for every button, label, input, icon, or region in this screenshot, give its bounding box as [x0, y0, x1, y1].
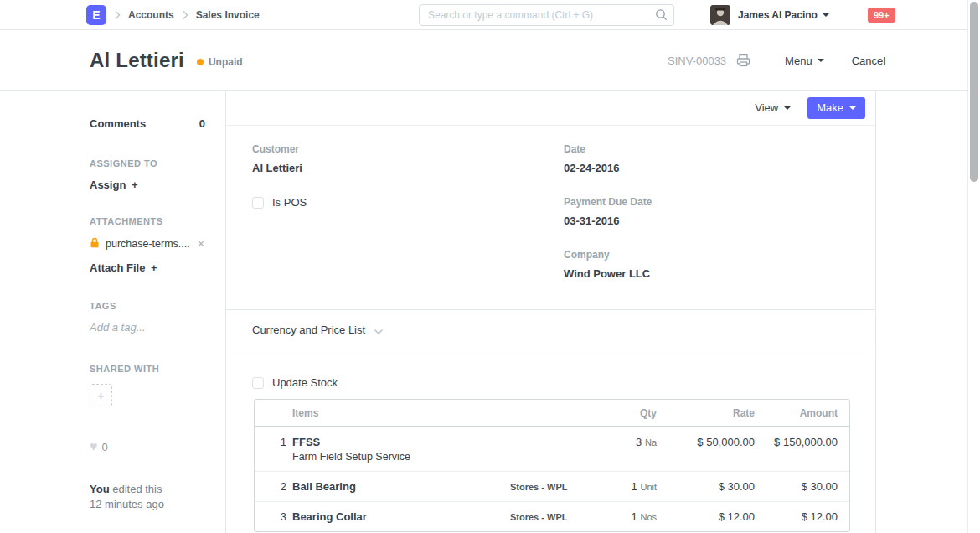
activity-edited[interactable]: You edited this 12 minutes ago — [90, 482, 205, 512]
user-name: James Al Pacino — [738, 9, 818, 21]
form-body: View Make Customer Al Lettieri Is POS — [226, 91, 876, 533]
notifications-badge[interactable]: 99+ — [868, 8, 895, 23]
attachment-name[interactable]: purchase-terms.... — [106, 238, 197, 250]
status-dot-icon — [197, 59, 204, 65]
qty-uom: Na — [645, 437, 657, 448]
view-label: View — [755, 101, 778, 114]
index-header — [255, 400, 290, 414]
payment-due-date-value[interactable]: 03-31-2016 — [564, 215, 850, 227]
currency-price-list-section-toggle[interactable]: Currency and Price List — [226, 310, 875, 349]
company-value[interactable]: Wind Power LLC — [564, 267, 850, 280]
form-sidebar: Comments 0 ASSIGNED TO Assign + ATTACHME… — [0, 91, 226, 533]
payment-due-date-field[interactable]: Payment Due Date 03-31-2016 — [564, 196, 850, 227]
qty-value: 1 — [632, 480, 637, 493]
comments-link[interactable]: Comments 0 — [90, 117, 205, 130]
likes[interactable]: ♥ 0 — [90, 440, 205, 453]
item-rate[interactable]: $ 30.00 — [657, 472, 755, 501]
items-header: Items — [290, 400, 510, 426]
activity-action: edited this — [110, 483, 162, 495]
stock-section: Update Stock — [226, 349, 875, 389]
heart-icon[interactable]: ♥ — [90, 440, 98, 453]
item-code[interactable]: Ball Bearing — [292, 480, 510, 493]
company-field[interactable]: Company Wind Power LLC — [564, 249, 850, 280]
item-amount: $ 12.00 — [755, 502, 849, 531]
item-warehouse: Stores - WPL — [510, 472, 594, 500]
attach-file-button[interactable]: Attach File + — [90, 261, 205, 274]
item-qty[interactable]: 1 Nos — [594, 502, 657, 531]
comments-label: Comments — [90, 117, 146, 130]
add-share-button[interactable]: + — [90, 384, 112, 406]
chevron-down-icon — [374, 323, 384, 339]
update-stock-label: Update Stock — [272, 376, 338, 389]
item-amount: $ 30.00 — [755, 472, 849, 501]
item-warehouse — [510, 427, 594, 446]
scrollbar-thumb[interactable] — [970, 2, 978, 182]
tags-heading: TAGS — [90, 301, 205, 311]
attach-file-label: Attach File — [90, 261, 145, 274]
qty-uom: Unit — [640, 482, 657, 492]
grid-view-icon[interactable] — [755, 56, 766, 65]
is-pos-label: Is POS — [272, 196, 307, 209]
lock-icon — [90, 236, 100, 251]
search-input[interactable] — [419, 4, 674, 26]
document-id: SINV-00033 — [668, 54, 726, 67]
update-stock-field[interactable]: Update Stock — [252, 376, 850, 389]
chevron-down-icon — [849, 106, 856, 110]
item-code[interactable]: Bearing Collar — [292, 510, 510, 523]
chevron-down-icon — [823, 13, 829, 17]
attachment-item[interactable]: purchase-terms.... ✕ — [90, 236, 205, 251]
app-logo[interactable]: E — [86, 5, 106, 25]
invoice-details-section: Customer Al Lettieri Is POS Date 02-24-2… — [226, 126, 875, 310]
add-tag-input[interactable]: Add a tag... — [90, 321, 205, 334]
row-index: 1 — [255, 427, 290, 457]
customer-value[interactable]: Al Lettieri — [252, 162, 539, 174]
print-icon[interactable] — [736, 54, 750, 67]
is-pos-field[interactable]: Is POS — [252, 196, 539, 209]
menu-button[interactable]: Menu — [785, 54, 824, 67]
qty-header: Qty — [594, 400, 657, 426]
date-label: Date — [564, 143, 850, 155]
plus-icon: + — [132, 179, 138, 191]
breadcrumb-sales-invoice[interactable]: Sales Invoice — [196, 9, 260, 21]
avatar — [710, 5, 730, 25]
item-row[interactable]: 2 Ball Bearing Stores - WPL 1 Unit $ 30.… — [255, 471, 849, 501]
comments-count: 0 — [199, 117, 205, 130]
item-rate[interactable]: $ 50,000.00 — [657, 427, 755, 457]
assign-label: Assign — [90, 179, 126, 191]
assigned-to-heading: ASSIGNED TO — [90, 158, 205, 168]
shared-with-heading: SHARED WITH — [90, 364, 205, 374]
menu-label: Menu — [785, 54, 812, 67]
make-button[interactable]: Make — [807, 97, 865, 119]
breadcrumb-accounts[interactable]: Accounts — [128, 9, 174, 21]
item-qty[interactable]: 1 Unit — [594, 472, 657, 501]
page-head: Al Lettieri Unpaid SINV-00033 Menu Cance… — [0, 30, 980, 91]
remove-attachment-icon[interactable]: ✕ — [197, 238, 205, 250]
like-count: 0 — [102, 441, 108, 453]
items-grid-header: Items Qty Rate Amount — [255, 400, 849, 427]
item-warehouse: Stores - WPL — [510, 502, 594, 530]
status-badge: Unpaid — [197, 56, 243, 68]
payment-due-date-label: Payment Due Date — [564, 196, 850, 208]
user-menu[interactable]: James Al Pacino 99+ — [710, 0, 895, 30]
qty-uom: Nos — [640, 512, 657, 522]
item-rate[interactable]: $ 12.00 — [657, 502, 755, 531]
customer-field[interactable]: Customer Al Lettieri — [252, 143, 539, 174]
row-index: 2 — [255, 472, 290, 501]
view-button[interactable]: View — [755, 101, 791, 114]
global-search — [419, 4, 674, 26]
update-stock-checkbox[interactable] — [252, 377, 264, 389]
item-row[interactable]: 3 Bearing Collar Stores - WPL 1 Nos $ 12… — [255, 501, 849, 531]
qty-value: 1 — [632, 510, 637, 523]
assign-button[interactable]: Assign + — [90, 179, 205, 191]
is-pos-checkbox[interactable] — [252, 197, 264, 209]
item-row[interactable]: 1 FFSS Farm Field Setup Service 3 Na $ 5… — [255, 427, 849, 471]
company-label: Company — [564, 249, 850, 261]
date-value[interactable]: 02-24-2016 — [564, 162, 850, 174]
scrollbar-track[interactable] — [967, 0, 980, 533]
item-code[interactable]: FFSS — [292, 436, 510, 448]
cancel-button[interactable]: Cancel — [852, 54, 885, 67]
date-field[interactable]: Date 02-24-2016 — [564, 143, 850, 174]
item-qty[interactable]: 3 Na — [594, 427, 657, 457]
item-description: Farm Field Setup Service — [292, 451, 510, 463]
rate-header: Rate — [657, 400, 755, 426]
